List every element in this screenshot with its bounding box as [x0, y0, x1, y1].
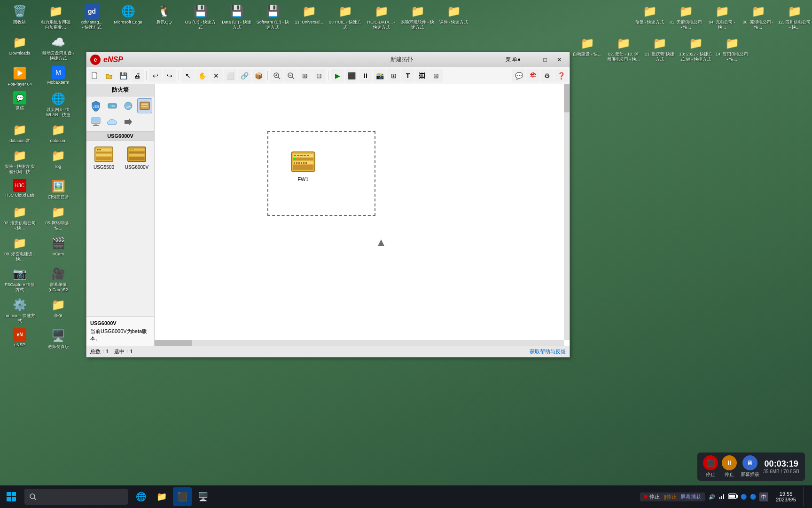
rec-pause-button[interactable]: ⏸ 停止 [722, 455, 737, 478]
taskbar-rec-screen[interactable]: 屏幕插获 [680, 493, 701, 500]
desktop-icon-ziyang[interactable]: 📁 14. 资阳供电公司 - 快... [714, 34, 750, 64]
desktop-icon-chongdian[interactable]: 📁 04. 充电公司 - 快... [704, 2, 740, 32]
panel-icon-monitor[interactable] [88, 114, 103, 129]
show-desktop-button[interactable] [804, 487, 806, 506]
desktop-icon-eznf[interactable]: 📁 02. 淮安供电公司 - 快... [1, 203, 39, 233]
desktop-icon-hcie[interactable]: 📁 03 HCIE - 快速方式 [328, 2, 363, 32]
desktop-icon-gdmanager[interactable]: gd gdManag...- 快速方式 [74, 2, 109, 32]
desktop-icon-yunpan[interactable]: ☁️ 移动云盘同步盘 - 快捷方式 [39, 33, 77, 63]
taskbar-search[interactable] [24, 489, 128, 505]
desktop-icon-lab-env[interactable]: 📁 实验 - 快捷方 实验代码 - 快 [1, 146, 39, 176]
desktop-icon-h3c[interactable]: H3C H3C Cloud Lab [1, 177, 39, 202]
toolbar-undo[interactable]: ↩ [149, 69, 162, 82]
tray-icon-network[interactable] [718, 492, 726, 501]
taskbar-icon-explorer[interactable]: 📁 [152, 487, 171, 506]
taskbar-clock[interactable]: 19:55 2023/8/5 [772, 491, 800, 502]
desktop-icon-universal[interactable]: 📁 11: Universal... [291, 2, 327, 27]
scrollbar-thumb-h[interactable] [155, 340, 192, 346]
toolbar-chat[interactable]: 💬 [512, 69, 525, 82]
minimize-button[interactable]: — [524, 55, 538, 65]
tray-icon-1[interactable]: 🔊 [709, 494, 715, 500]
desktop-icon-software-e[interactable]: 💾 Software (E:) - 快速方式 [255, 2, 290, 32]
desktop-icon-yuan[interactable]: 📁 02. 元仕 - 10. 泸州供电公司 - 快... [606, 34, 641, 64]
desktop-icon-zhongtian[interactable]: 📁 11. 重庆营 快捷方式 [642, 34, 677, 64]
rec-stop-button[interactable]: ⬛ 停止 [703, 455, 718, 478]
toolbar-print[interactable]: 🖨 [131, 69, 144, 82]
vertical-scrollbar[interactable] [564, 84, 570, 340]
panel-icon-cloud[interactable] [105, 114, 120, 129]
start-button[interactable] [0, 485, 23, 508]
panel-icon-arrow[interactable] [121, 114, 136, 129]
taskbar-icon-edge[interactable]: 🌐 [132, 487, 150, 506]
desktop-icon-datacom[interactable]: 📁 datacom [39, 120, 77, 145]
desktop-icon-env-sw[interactable]: 📁 实验环境软件 - 快速方式 [400, 2, 435, 32]
desktop-icon-sichuan[interactable]: 📁 12. 四川信电公司 - 快... [777, 2, 812, 32]
desktop-icon-mobaxterm[interactable]: M MobaXterm [39, 64, 77, 89]
desktop-icon-jilu2[interactable]: 📁 录像 [39, 295, 77, 325]
toolbar-pause-sim[interactable]: ⏸ [359, 69, 372, 82]
toolbar-text[interactable]: T [401, 69, 414, 82]
desktop-icon-2022[interactable]: 📁 13: 2022 - 快捷方式 销 - 快捷方式 [678, 34, 713, 64]
menu-extra-item1[interactable]: 菜 单● [506, 56, 521, 63]
desktop-icon-potplayer[interactable]: ▶️ PotPlayer 64 [1, 64, 39, 89]
desktop-icon-network[interactable]: 🌐 以太网4 - 快 WLAN - 快捷 [39, 89, 77, 119]
desktop-icon-fscapture[interactable]: 📷 FSCapture 快捷方式 [1, 264, 39, 294]
toolbar-huawei[interactable]: 华 [526, 69, 539, 82]
desktop-icon-datacom-s[interactable]: 📁 datacom常 [1, 120, 39, 145]
tray-icon-battery[interactable] [728, 493, 738, 500]
desktop-icon-power[interactable]: 📁 电力系统专用础向加密业… [38, 2, 73, 32]
tray-icon-3[interactable]: 🔵 [750, 494, 757, 500]
desktop-icon-recycle[interactable]: 🗑️ 回收站 [2, 2, 37, 27]
maximize-button[interactable]: □ [539, 55, 552, 65]
toolbar-new[interactable] [88, 69, 102, 82]
taskbar-icon-terminal[interactable]: ⬛ [173, 487, 192, 506]
desktop-icon-network-code[interactable]: 📁 05-网络印编 - 快... [39, 203, 77, 233]
desktop-icon-qq[interactable]: 🐧 腾讯QQ [147, 2, 182, 27]
desktop-icon-jilu[interactable]: 🎥 屏幕录像(oCam)S2 [39, 264, 77, 294]
toolbar-delete[interactable]: ✕ [210, 69, 223, 82]
rec-screen-button[interactable]: 🖥 屏幕插获 [741, 455, 759, 478]
toolbar-zoom-out[interactable] [284, 69, 297, 82]
toolbar-img[interactable]: 🖼 [415, 69, 429, 82]
toolbar-zoom-in[interactable] [270, 69, 283, 82]
desktop-icon-data-d[interactable]: 💾 Data (D:) - 快速方式 [219, 2, 254, 32]
desktop-icon-auto-setup[interactable]: 📁 自动建设 - 快... [570, 34, 605, 64]
toolbar-actual-size[interactable]: ⊞ [298, 69, 312, 82]
canvas-area[interactable]: FW1 [155, 84, 570, 346]
desktop-icon-run[interactable]: ⚙️ run.exe - 快速方式 [1, 295, 39, 325]
horizontal-scrollbar[interactable] [155, 340, 564, 346]
desktop-icon-transform[interactable]: 📁 09. 淅变电建设 - 快... [1, 234, 39, 264]
desktop-icon-tianfu[interactable]: 📁 01. 天府供电公司 - 快... [668, 2, 703, 32]
toolbar-link[interactable]: 🔗 [238, 69, 251, 82]
toolbar-settings[interactable]: ⚙ [540, 69, 554, 82]
toolbar-pan[interactable]: ✋ [195, 69, 209, 82]
panel-icon-3[interactable]: GW [121, 98, 136, 113]
toolbar-stop[interactable]: ⬛ [345, 69, 358, 82]
status-help-link[interactable]: 获取帮助与反馈 [530, 348, 566, 355]
desktop-icon-edge[interactable]: 🌐 Microsoft Edge [110, 2, 146, 27]
toolbar-capture[interactable]: 📸 [373, 69, 386, 82]
panel-icon-4[interactable] [137, 98, 152, 113]
desktop-icon-wuhu[interactable]: 📁 08. 芜湖电公司 - 快... [741, 2, 776, 32]
panel-device-usg5500[interactable]: USG5500 [88, 143, 119, 171]
panel-icon-1[interactable]: USG [88, 98, 103, 113]
toolbar-save[interactable]: 💾 [117, 69, 130, 82]
toolbar-table[interactable]: ⊞ [429, 69, 443, 82]
toolbar-device-add[interactable]: 📦 [252, 69, 265, 82]
tray-icon-2[interactable]: 🔵 [741, 494, 747, 500]
toolbar-select[interactable]: ↖ [181, 69, 195, 82]
toolbar-redo[interactable]: ↪ [163, 69, 176, 82]
canvas-device-fw1[interactable]: FW1 [291, 150, 315, 182]
toolbar-open[interactable] [102, 69, 116, 82]
toolbar-fit[interactable]: ⊡ [312, 69, 326, 82]
toolbar-topo[interactable]: ⊞ [387, 69, 400, 82]
panel-device-usg6000v[interactable]: USG6000V [121, 143, 152, 171]
desktop-icon-fix[interactable]: 📁 修复 - 快速方式 [632, 2, 667, 27]
tray-icon-input[interactable]: 中 [759, 492, 768, 501]
desktop-icon-log[interactable]: 📁 log [39, 146, 77, 176]
scrollbar-thumb-v[interactable] [564, 84, 570, 112]
desktop-icon-component[interactable]: 📁 课件 - 快速方式 [436, 2, 471, 27]
desktop-icon-downloads[interactable]: 📁 Downloads [1, 33, 39, 63]
taskbar-rec-pause[interactable]: ||停止 [664, 493, 677, 500]
taskbar-rec-stop[interactable]: 停止 [649, 493, 660, 500]
